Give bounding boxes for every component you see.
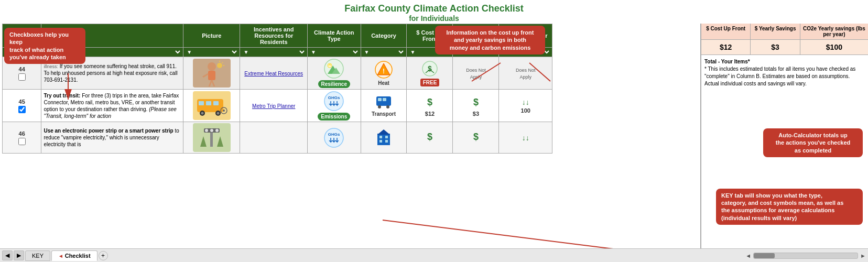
tab-next-button[interactable]: ▶ <box>14 250 24 260</box>
row-45-climate-type: GHGs Emissions <box>308 90 361 122</box>
row-45-savings-value: $3 <box>473 111 479 117</box>
svg-rect-1 <box>208 71 215 80</box>
row-44-co2-dna: Does NotApply <box>516 68 536 80</box>
svg-marker-51 <box>377 129 390 135</box>
svg-marker-43 <box>217 136 223 147</box>
row-45-incentives: Metro Trip Planner <box>240 90 308 122</box>
row-46-checkbox[interactable] <box>18 138 26 145</box>
row-46-category <box>361 122 407 154</box>
row-44-cost-badge: FREE <box>420 79 440 86</box>
filter-incentives[interactable]: ▼ <box>240 48 308 57</box>
row-45-picture <box>183 90 240 122</box>
row-46-action: Use an electronic power strip or a smart… <box>41 122 183 154</box>
svg-rect-32 <box>383 98 386 101</box>
row-44-climate-type-icon: Resilience <box>309 58 359 88</box>
horizontal-scrollbar-track[interactable] <box>753 253 858 259</box>
svg-point-0 <box>208 62 216 71</box>
filter-incentives-select[interactable]: ▼ <box>241 49 306 56</box>
filter-picture[interactable]: ▼ <box>183 48 240 57</box>
row-45-category-label: Transport <box>372 111 396 117</box>
filter-category[interactable]: ▼ <box>361 48 407 57</box>
row-45-co2-value: 100 <box>521 107 530 114</box>
row-46-cost: $ <box>407 122 453 154</box>
tab-checklist[interactable]: ◄ Checklist <box>51 250 97 261</box>
row-46-picture <box>183 122 240 154</box>
svg-point-40 <box>210 129 213 132</box>
row-45-savings: $ $3 <box>453 90 499 122</box>
horizontal-scrollbar-thumb[interactable] <box>754 253 775 258</box>
horizontal-scrollbar-area: ◄ ► <box>109 253 866 259</box>
svg-rect-48 <box>385 136 388 138</box>
callout-info-cost: Information on the cost up front and yea… <box>435 26 545 54</box>
filter-climate-type-select[interactable]: ▼ <box>309 49 360 56</box>
svg-rect-50 <box>385 140 388 143</box>
row-44-co2: Does NotApply <box>499 57 552 90</box>
svg-text:!: ! <box>383 68 385 75</box>
row-45-climate-type-icon: GHGs Emissions <box>309 91 359 121</box>
subtitle: for Individuals <box>0 14 868 23</box>
table-row: 45 Try out transit: For three (3) trips … <box>3 90 552 122</box>
filter-climate-type[interactable]: ▼ <box>308 48 361 57</box>
row-45-checkbox[interactable] <box>18 106 26 113</box>
row-45-cost: $ $12 <box>407 90 453 122</box>
svg-rect-20 <box>206 101 211 105</box>
row-45-number: 45 <box>19 99 25 105</box>
totals-header: $ Cost Up Front $ Yearly Savings CO2e Ye… <box>701 24 868 40</box>
row-45-incentives-link[interactable]: Metro Trip Planner <box>252 103 295 109</box>
callout-auto-calc: Auto-Calculator totals up the actions yo… <box>763 128 863 157</box>
row-44-number: 44 <box>19 66 25 72</box>
transport-icon <box>374 94 393 110</box>
totals-col-savings-header: $ Yearly Savings <box>751 24 800 39</box>
scroll-right-btn[interactable]: ► <box>860 253 866 259</box>
filter-picture-select[interactable]: ▼ <box>185 49 238 56</box>
totals-savings-value: $3 <box>751 40 800 54</box>
svg-point-27 <box>223 110 225 112</box>
emissions-icon-row45: GHGs <box>323 91 344 112</box>
svg-text:$: $ <box>473 132 479 142</box>
svg-text:$: $ <box>473 97 479 107</box>
heat-icon: ! <box>374 60 393 79</box>
svg-point-39 <box>205 129 208 132</box>
building-icon <box>374 128 393 147</box>
spreadsheet-header: Fairfax County Climate Action Checklist … <box>0 0 868 24</box>
row-44-climate-type: Resilience <box>308 57 361 90</box>
svg-text:$: $ <box>428 64 432 73</box>
callout-checkboxes: Checkboxes help you keep track of what a… <box>4 28 85 64</box>
col-header-category: Category <box>361 24 407 48</box>
row-46-climate-type-icon: GHGs <box>309 127 359 148</box>
resilience-icon <box>323 58 344 79</box>
row-44-incentives-link[interactable]: Extreme Heat Resources <box>244 71 303 77</box>
row-45-action: Try out transit: For three (3) trips in … <box>41 90 183 122</box>
scroll-left-btn[interactable]: ◄ <box>745 253 751 259</box>
row-46-co2-arrows: ↓↓ <box>522 134 529 142</box>
totals-col-co2-header: CO2e Yearly savings (lbs per year) <box>800 24 868 39</box>
svg-marker-42 <box>200 136 207 147</box>
row-45-co2: ↓↓ 100 <box>499 90 552 122</box>
svg-text:$: $ <box>427 132 432 142</box>
savings-icon-row46: $ <box>469 129 483 144</box>
row-46-number: 46 <box>19 130 25 137</box>
emissions-icon-row46: GHGs <box>323 127 344 148</box>
tab-add-button[interactable]: + <box>99 251 108 260</box>
svg-rect-18 <box>197 99 223 112</box>
filter-category-select[interactable]: ▼ <box>362 49 406 56</box>
svg-line-4 <box>203 74 208 77</box>
row-44-cost: $ FREE <box>407 57 453 90</box>
svg-line-3 <box>212 80 214 86</box>
tab-prev-button[interactable]: ◀ <box>2 250 13 260</box>
savings-dollars-icon-row45: $ <box>469 95 483 110</box>
totals-co2-value: $100 <box>800 40 868 54</box>
row-44-savings: Does NotApply <box>453 57 499 90</box>
row-45-emissions-label: Emissions <box>318 113 350 121</box>
row-46-co2: ↓↓ <box>499 122 552 154</box>
svg-rect-21 <box>213 101 219 105</box>
row-44-checkbox[interactable] <box>18 73 26 81</box>
row-44-category-label: Heat <box>378 80 389 86</box>
svg-point-12 <box>328 63 332 68</box>
row-46-image-svg <box>196 126 227 149</box>
row-44-image-svg <box>199 60 225 86</box>
col-header-incentives: Incentives and Resources for Residents <box>240 24 308 48</box>
tab-key[interactable]: KEY <box>25 250 50 261</box>
svg-line-8 <box>222 62 223 63</box>
row-44-savings-dna: Does NotApply <box>466 68 486 80</box>
